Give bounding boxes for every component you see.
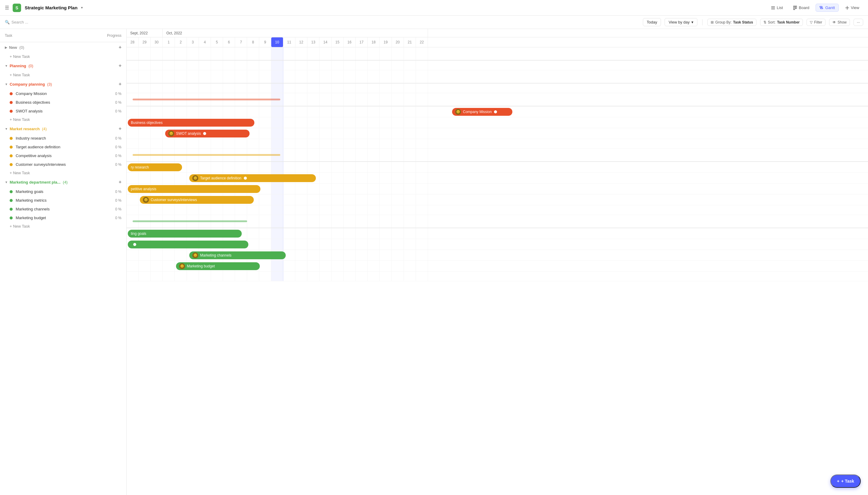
group-header-planning[interactable]: ▼ Planning (0) + xyxy=(0,61,126,71)
gantt-day-15: 15 xyxy=(331,37,344,47)
task-row-customer-surveys[interactable]: Customer surveys/interviews 0 % xyxy=(0,160,126,169)
task-row-marketing-budget[interactable]: Marketing budget 0 % xyxy=(0,214,126,222)
nav-gantt-button[interactable]: Gantt xyxy=(816,4,839,12)
view-by-day-button[interactable]: View by day ▾ xyxy=(664,18,697,26)
svg-rect-4 xyxy=(795,6,797,8)
project-caret-icon[interactable]: ▾ xyxy=(81,6,83,10)
gantt-bar[interactable]: petitive analysis xyxy=(128,185,260,193)
task-row-swot-analysis[interactable]: SWOT analysis 0 % xyxy=(0,107,126,116)
group-label-new: New xyxy=(9,45,17,50)
sort-label: Sort: xyxy=(768,20,776,24)
task-progress-customer-surveys: 0 % xyxy=(97,163,121,167)
task-name-marketing-metrics: Marketing metrics xyxy=(16,198,97,203)
gantt-add-row xyxy=(126,84,868,93)
task-progress-industry-research: 0 % xyxy=(97,136,121,140)
task-row-marketing-metrics[interactable]: Marketing metrics 0 % xyxy=(0,196,126,205)
group-add-company-planning-icon[interactable]: + xyxy=(119,81,121,87)
group-add-market-research-icon[interactable]: + xyxy=(119,126,121,132)
group-count-marketing-dept: (4) xyxy=(62,180,68,185)
add-task-fab[interactable]: + + Task xyxy=(830,475,861,488)
task-row-business-objectives[interactable]: Business objectives 0 % xyxy=(0,98,126,107)
gantt-bar[interactable]: ting goals xyxy=(128,230,242,238)
gantt-day-22: 22 xyxy=(416,37,428,47)
gantt-group-row xyxy=(126,149,868,162)
group-add-marketing-dept-icon[interactable]: + xyxy=(119,180,121,185)
search-placeholder: Search ... xyxy=(12,20,28,24)
group-label-planning: Planning xyxy=(10,64,26,68)
group-count-planning: (0) xyxy=(28,64,33,68)
group-header-new[interactable]: ▶ New (0) + xyxy=(0,42,126,52)
gantt-bar[interactable]: 😊Target audience definition xyxy=(189,174,316,182)
bar-extend-handle[interactable] xyxy=(133,242,137,246)
add-task-market-research[interactable]: + New Task xyxy=(0,169,126,177)
gantt-add-row xyxy=(126,272,868,281)
task-dot-marketing-budget xyxy=(10,217,13,220)
add-task-marketing-dept[interactable]: + New Task xyxy=(0,222,126,230)
gantt-task-row: 😊Target audience definition xyxy=(126,173,868,184)
task-row-industry-research[interactable]: Industry research 0 % xyxy=(0,134,126,142)
gantt-group-row xyxy=(126,47,868,61)
left-panel: Task Progress ▶ New (0) + + New Task ▼ P… xyxy=(0,29,126,495)
today-button[interactable]: Today xyxy=(643,18,661,26)
nav-view-button[interactable]: View xyxy=(841,4,863,12)
task-name-marketing-channels: Marketing channels xyxy=(16,207,97,211)
bar-extend-handle[interactable] xyxy=(493,110,498,114)
nav-list-button[interactable]: List xyxy=(767,4,787,12)
group-add-planning-icon[interactable]: + xyxy=(119,63,121,68)
gantt-task-row: 😊Company Mission xyxy=(126,106,868,117)
group-header-company-planning[interactable]: ▼ Company planning (3) + xyxy=(0,79,126,89)
gantt-bar[interactable]: 😊Company Mission xyxy=(452,108,513,116)
gantt-task-row: petitive analysis xyxy=(126,184,868,194)
gantt-bar[interactable]: 😊Marketing channels xyxy=(189,252,286,259)
gantt-day-6: 6 xyxy=(223,37,235,47)
group-by-button[interactable]: ⊞ Group By: Task Status xyxy=(707,19,757,26)
menu-icon[interactable]: ☰ xyxy=(5,5,9,11)
bar-extend-handle[interactable] xyxy=(243,176,247,180)
task-row-marketing-goals[interactable]: Marketing goals 0 % xyxy=(0,187,126,196)
task-row-company-mission[interactable]: Company Mission 0 % xyxy=(0,89,126,98)
task-row-target-audience[interactable]: Target audience definition 0 % xyxy=(0,142,126,151)
gantt-days-row: 2829301234567891011121314151617181920212… xyxy=(126,37,868,47)
task-name-customer-surveys: Customer surveys/interviews xyxy=(16,162,97,167)
group-header-marketing-dept[interactable]: ▼ Marketing department pla... (4) + xyxy=(0,177,126,187)
search-box[interactable]: 🔍 Search ... xyxy=(5,20,65,24)
gantt-bar[interactable] xyxy=(128,241,248,249)
task-progress-company-mission: 0 % xyxy=(97,92,121,96)
task-dot-marketing-goals xyxy=(10,190,13,193)
bar-wrapper: 😊Marketing channels xyxy=(126,252,868,259)
filter-button[interactable]: ▽ Filter xyxy=(806,19,826,26)
task-row-competitive-analysis[interactable]: Competitive analysis 0 % xyxy=(0,151,126,160)
gantt-bar[interactable]: ry research xyxy=(128,164,182,171)
group-header-market-research[interactable]: ▼ Market research (4) + xyxy=(0,124,126,134)
gantt-bar[interactable]: 😊SWOT analysis xyxy=(165,130,249,137)
bar-label: Business objectives xyxy=(131,121,162,125)
more-options-button[interactable]: ··· xyxy=(853,19,863,26)
add-task-planning[interactable]: + New Task xyxy=(0,71,126,79)
nav-board-label: Board xyxy=(799,5,810,10)
nav-board-button[interactable]: Board xyxy=(789,4,813,12)
gantt-bar[interactable]: 😊Marketing budget xyxy=(176,262,260,270)
gantt-task-row: 😊Marketing budget xyxy=(126,261,868,272)
gantt-day-8: 8 xyxy=(247,37,259,47)
gantt-day-7: 7 xyxy=(235,37,247,47)
add-task-new[interactable]: + New Task xyxy=(0,52,126,61)
nav-list-label: List xyxy=(777,5,783,10)
task-name-company-mission: Company Mission xyxy=(16,91,97,96)
gantt-task-row: Business objectives xyxy=(126,117,868,128)
add-task-company-planning[interactable]: + New Task xyxy=(0,116,126,124)
expand-icon: ▶ xyxy=(5,46,7,49)
group-add-new-icon[interactable]: + xyxy=(119,45,121,50)
sort-button[interactable]: ⇅ Sort: Task Number xyxy=(760,19,803,26)
gantt-day-10: 10 xyxy=(271,37,283,47)
task-name-target-audience: Target audience definition xyxy=(16,145,97,149)
bar-extend-handle[interactable] xyxy=(203,132,207,136)
gantt-panel[interactable]: Sept, 2022 Oct, 2022 2829301234567891011… xyxy=(126,29,868,495)
show-button[interactable]: 👁 Show xyxy=(829,19,850,26)
gantt-bar[interactable]: Business objectives xyxy=(128,119,254,126)
gantt-month-sept: Sept, 2022 xyxy=(126,29,163,37)
gantt-bar[interactable]: 😊Customer surveys/interviews xyxy=(140,196,254,204)
task-dot-swot-analysis xyxy=(10,110,13,113)
expand-icon-planning: ▼ xyxy=(5,64,8,68)
avatar: 😊 xyxy=(168,131,174,137)
task-row-marketing-channels[interactable]: Marketing channels 0 % xyxy=(0,205,126,214)
